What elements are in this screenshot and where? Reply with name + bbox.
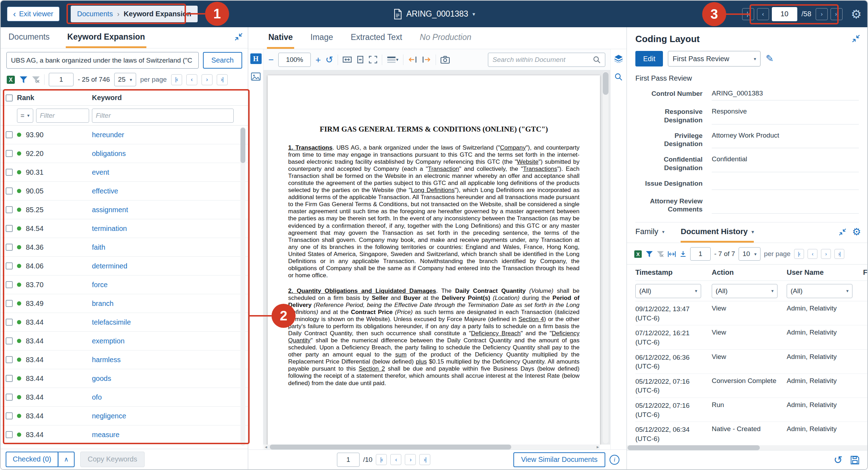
row-checkbox[interactable] bbox=[6, 431, 13, 438]
first-page-button[interactable]: |‹ bbox=[376, 454, 387, 465]
keyword-link[interactable]: force bbox=[92, 281, 248, 289]
keyword-table-row[interactable]: 83.70 force bbox=[1, 275, 248, 294]
keyword-link[interactable]: determined bbox=[92, 262, 248, 270]
history-page-size-select[interactable]: 10 ▾ bbox=[739, 247, 761, 261]
keyword-table-row[interactable]: 90.31 event bbox=[1, 163, 248, 182]
keyword-link[interactable]: negligence bbox=[92, 412, 248, 420]
document-vertical-scrollbar[interactable] bbox=[603, 71, 608, 443]
select-all-checkbox[interactable] bbox=[6, 94, 13, 101]
persistent-highlight-icon[interactable]: H bbox=[250, 53, 262, 64]
resize-columns-icon[interactable] bbox=[668, 251, 676, 257]
next-document-button[interactable]: › bbox=[816, 8, 828, 20]
exit-viewer-button[interactable]: ‹ Exit viewer bbox=[7, 7, 59, 21]
field-value[interactable] bbox=[712, 179, 859, 190]
field-value[interactable] bbox=[712, 197, 859, 214]
first-document-button[interactable]: |‹ bbox=[742, 8, 754, 20]
last-document-button[interactable]: ›| bbox=[831, 8, 843, 20]
user-filter-select[interactable]: (All) ▾ bbox=[787, 284, 852, 298]
field-value[interactable]: ARING_0001383 bbox=[712, 89, 859, 100]
clear-filters-icon[interactable] bbox=[657, 251, 664, 257]
keyword-link[interactable]: branch bbox=[92, 300, 248, 308]
collapse-panel-icon[interactable] bbox=[852, 34, 860, 43]
keyword-column-header[interactable]: Keyword bbox=[92, 94, 248, 102]
keyword-link[interactable]: ofo bbox=[92, 393, 248, 401]
row-checkbox[interactable] bbox=[6, 244, 13, 251]
rank-filter-input[interactable] bbox=[36, 109, 89, 123]
collapse-panel-icon[interactable] bbox=[839, 228, 846, 236]
keyword-table-row[interactable]: 83.44 measure bbox=[1, 425, 248, 444]
scroll-right-arrow-icon[interactable]: ▸ bbox=[596, 444, 599, 449]
next-page-button[interactable]: › bbox=[821, 249, 831, 259]
thumbnail-pane-icon[interactable] bbox=[251, 72, 261, 81]
keyword-link[interactable]: faith bbox=[92, 243, 248, 251]
reset-zoom-icon[interactable]: ↺ bbox=[325, 55, 333, 64]
field-value[interactable]: Attorney Work Product bbox=[712, 132, 859, 149]
layers-icon[interactable] bbox=[614, 54, 623, 63]
scroll-left-arrow-icon[interactable]: ◂ bbox=[265, 444, 267, 449]
filter-icon[interactable] bbox=[646, 251, 653, 257]
tab-document-history[interactable]: Document History ▾ bbox=[681, 222, 754, 243]
keyword-table-row[interactable]: 92.20 obligations bbox=[1, 144, 248, 163]
history-page-input[interactable] bbox=[690, 247, 711, 261]
rank-column-header[interactable]: Rank bbox=[17, 94, 92, 102]
page-size-select[interactable]: 25 ▾ bbox=[114, 73, 136, 86]
keyword-link[interactable]: goods bbox=[92, 375, 248, 383]
keyword-link[interactable]: harmless bbox=[92, 356, 248, 364]
timestamp-filter-select[interactable]: (All) ▾ bbox=[635, 284, 701, 298]
edit-button[interactable]: Edit bbox=[635, 51, 663, 66]
document-horizontal-scrollbar[interactable]: ◂ ▸ bbox=[264, 445, 600, 449]
viewer-page-input[interactable] bbox=[337, 453, 360, 467]
keyword-link[interactable]: assignment bbox=[92, 206, 248, 214]
previous-page-button[interactable]: ‹ bbox=[390, 454, 401, 465]
rank-filter-operator-select[interactable]: = ▾ bbox=[17, 109, 33, 123]
keyword-link[interactable]: termination bbox=[92, 225, 248, 233]
zoom-level-input[interactable] bbox=[278, 53, 311, 67]
tab-documents[interactable]: Documents bbox=[7, 27, 51, 48]
zoom-in-icon[interactable]: + bbox=[315, 55, 321, 64]
copy-keywords-button[interactable]: Copy Keywords bbox=[80, 452, 145, 467]
action-column-header[interactable]: Action bbox=[712, 268, 787, 277]
keyword-filter-input[interactable] bbox=[92, 109, 234, 123]
keyword-table-row[interactable]: 83.44 exemption bbox=[1, 332, 248, 350]
action-filter-select[interactable]: (All) ▾ bbox=[712, 284, 777, 298]
settings-gear-icon[interactable]: ⚙ bbox=[851, 8, 862, 20]
keyword-table-row[interactable]: 84.06 determined bbox=[1, 257, 248, 275]
keyword-table-row[interactable]: 83.44 negligence bbox=[1, 407, 248, 425]
keyword-link[interactable]: effective bbox=[92, 187, 248, 195]
row-checkbox[interactable] bbox=[6, 375, 13, 382]
keyword-table-row[interactable]: 83.44 telefacsimile bbox=[1, 313, 248, 332]
filter-icon[interactable] bbox=[19, 76, 28, 83]
next-page-button[interactable]: › bbox=[405, 454, 416, 465]
row-checkbox[interactable] bbox=[6, 150, 13, 157]
scrollbar-thumb[interactable] bbox=[270, 445, 511, 449]
search-pane-icon[interactable] bbox=[614, 73, 623, 81]
keyword-link[interactable]: measure bbox=[92, 431, 248, 439]
tab-native[interactable]: Native bbox=[267, 27, 294, 49]
first-page-button[interactable]: |‹ bbox=[794, 249, 804, 259]
keyword-table-row[interactable]: 90.05 effective bbox=[1, 182, 248, 201]
keyword-link[interactable]: obligations bbox=[92, 150, 248, 158]
checked-menu-chevron-button[interactable]: ∧ bbox=[58, 452, 75, 467]
previous-page-button[interactable]: ‹ bbox=[808, 249, 817, 259]
row-checkbox[interactable] bbox=[6, 206, 13, 213]
checked-items-button[interactable]: Checked (0) bbox=[6, 452, 58, 467]
fit-page-icon[interactable] bbox=[356, 56, 364, 63]
row-checkbox[interactable] bbox=[6, 169, 13, 176]
layout-select[interactable]: First Pass Review ▾ bbox=[668, 51, 761, 66]
last-page-button[interactable]: ›| bbox=[834, 249, 844, 259]
row-checkbox[interactable] bbox=[6, 337, 13, 344]
row-checkbox[interactable] bbox=[6, 394, 13, 401]
keyword-table-row[interactable]: 84.54 termination bbox=[1, 219, 248, 238]
row-checkbox[interactable] bbox=[6, 262, 13, 269]
scrollbar-thumb[interactable] bbox=[240, 128, 245, 163]
fit-width-icon[interactable] bbox=[343, 56, 352, 63]
row-checkbox[interactable] bbox=[6, 131, 13, 138]
user-name-column-header[interactable]: User Name bbox=[787, 268, 863, 277]
keyword-link[interactable]: event bbox=[92, 168, 248, 176]
last-page-button[interactable]: ›| bbox=[217, 74, 228, 85]
previous-page-button[interactable]: ‹ bbox=[186, 74, 197, 85]
last-page-button[interactable]: ›| bbox=[419, 454, 430, 465]
info-icon[interactable]: i bbox=[610, 455, 619, 465]
view-similar-documents-button[interactable]: View Similar Documents bbox=[513, 452, 605, 467]
tab-keyword-expansion[interactable]: Keyword Expansion bbox=[66, 27, 146, 48]
